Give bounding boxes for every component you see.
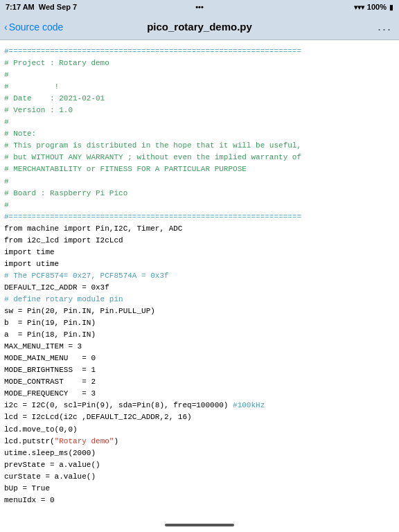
battery-display: 100%: [367, 3, 387, 11]
code-line: # This program is distributed in the hop…: [4, 140, 395, 152]
back-button[interactable]: ‹ Source code: [4, 21, 63, 33]
scroll-indicator: [165, 524, 234, 526]
status-bar-right: ▾▾▾ 100% ▮: [354, 3, 393, 11]
code-line: # MERCHANTABILITY or FITNESS FOR A PARTI…: [4, 163, 395, 175]
code-line: lcd = I2cLcd(i2c ,DEFAULT_I2C_ADDR,2, 16…: [4, 411, 395, 423]
battery-icon: ▮: [389, 3, 393, 11]
code-line: #: [4, 116, 395, 128]
dots-indicator: •••: [195, 3, 204, 11]
nav-bar: ‹ Source code pico_rotary_demo.py ...: [0, 14, 399, 40]
code-line: #: [4, 200, 395, 211]
code-line: from i2c_lcd import I2cLcd: [4, 235, 395, 247]
wifi-icon: ▾▾▾: [354, 3, 364, 11]
back-label: Source code: [9, 21, 64, 33]
code-line: # Version : 1.0: [4, 105, 395, 116]
code-line: import time: [4, 247, 395, 258]
code-line: MODE_MAIN_MENU = 0: [4, 353, 395, 364]
code-line: b = Pin(19, Pin.IN): [4, 317, 395, 329]
code-line: import utime: [4, 258, 395, 270]
code-line: lcd.putstr("Rotary demo"): [4, 436, 395, 447]
code-line: # but WITHOUT ANY WARRANTY ; without eve…: [4, 152, 395, 163]
code-line: from machine import Pin,I2C, Timer, ADC: [4, 223, 395, 235]
code-line: MODE_BRIGHTNESS = 1: [4, 364, 395, 376]
code-line: bUp = True: [4, 483, 395, 495]
code-line: # define rotary module pin: [4, 294, 395, 305]
status-bar-left: 7:17 AM Wed Sep 7: [6, 3, 77, 11]
code-line: #: [4, 69, 395, 81]
code-line: DEFAULT_I2C_ADDR = 0x3f: [4, 282, 395, 294]
code-line: #=======================================…: [4, 211, 395, 223]
code-line: # The PCF8574= 0x27, PCF8574A = 0x3f: [4, 270, 395, 282]
code-line: sw = Pin(20, Pin.IN, Pin.PULL_UP): [4, 305, 395, 317]
code-line: a = Pin(18, Pin.IN): [4, 329, 395, 341]
code-line: MODE_CONTRAST = 2: [4, 376, 395, 388]
code-line: # Board : Raspberry Pi Pico: [4, 188, 395, 200]
nav-title: pico_rotary_demo.py: [147, 21, 252, 33]
code-line: # Date : 2021-02-01: [4, 93, 395, 105]
more-button[interactable]: ...: [378, 19, 392, 34]
code-line: # Note:: [4, 128, 395, 140]
code-line: MAX_MENU_ITEM = 3: [4, 341, 395, 353]
code-line: lcd.move_to(0,0): [4, 424, 395, 436]
date-display: Wed Sep 7: [39, 3, 77, 11]
status-bar: 7:17 AM Wed Sep 7 ••• ▾▾▾ 100% ▮: [0, 0, 399, 14]
code-line: utime.sleep_ms(2000): [4, 447, 395, 459]
code-line: menuIdx = 0: [4, 495, 395, 506]
status-bar-center: •••: [195, 3, 204, 11]
code-editor[interactable]: #=======================================…: [0, 40, 399, 532]
code-line: # Project : Rotary demo: [4, 57, 395, 69]
code-line: #=======================================…: [4, 46, 395, 57]
time-display: 7:17 AM: [6, 3, 35, 11]
code-line: i2c = I2C(0, scl=Pin(9), sda=Pin(8), fre…: [4, 400, 395, 411]
code-line: curState = a.value(): [4, 471, 395, 483]
code-line: #: [4, 176, 395, 188]
code-line: prevState = a.value(): [4, 459, 395, 471]
code-line: MODE_FREQUENCY = 3: [4, 388, 395, 400]
back-chevron-icon: ‹: [4, 21, 8, 33]
code-line: # !: [4, 81, 395, 93]
